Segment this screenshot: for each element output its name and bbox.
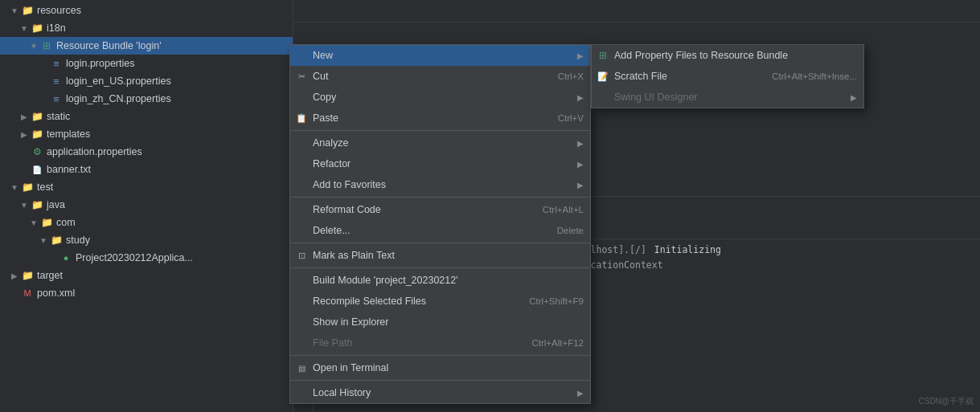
- props-icon-login: ≡: [50, 57, 63, 70]
- menu-sep-1: [290, 130, 590, 131]
- menu-item-terminal[interactable]: ▤ Open in Terminal: [290, 357, 590, 378]
- menu-sep-4: [290, 267, 590, 268]
- menu-label-copy: Copy: [313, 92, 571, 103]
- submenu-new[interactable]: ⊞ Add Property Files to Resource Bundle …: [591, 44, 864, 108]
- menu-item-show-explorer[interactable]: Show in Explorer: [290, 312, 590, 332]
- menu-label-analyze: Analyze: [313, 137, 571, 149]
- menu-label-show-explorer: Show in Explorer: [313, 316, 584, 328]
- txt-icon-banner: 📄: [31, 163, 43, 176]
- tree-arrow-templates: [19, 129, 29, 139]
- tree-item-login-en-props[interactable]: ≡ login_en_US.properties: [0, 72, 293, 90]
- tree-label-login-zh: login_zh_CN.properties: [66, 93, 171, 104]
- tree-item-login-zh-props[interactable]: ≡ login_zh_CN.properties: [0, 90, 293, 108]
- submenu-item-add-property[interactable]: ⊞ Add Property Files to Resource Bundle: [592, 45, 863, 66]
- menu-item-local-history[interactable]: Local History ▶: [290, 382, 590, 403]
- tree-item-target[interactable]: 📁 target: [0, 267, 293, 284]
- menu-arrow-refactor: ▶: [577, 160, 584, 169]
- xml-icon-pom: M: [21, 287, 34, 300]
- menu-item-delete[interactable]: Delete... Delete: [290, 220, 590, 241]
- tree-item-com[interactable]: 📁 com: [0, 214, 293, 231]
- menu-label-build: Build Module 'project_20230212': [313, 275, 584, 286]
- submenu-item-swing[interactable]: Swing UI Designer ▶: [592, 87, 863, 108]
- tree-label-test: test: [37, 182, 53, 193]
- menu-item-cut[interactable]: ✂ Cut Ctrl+X: [290, 66, 590, 87]
- java-icon-project-app: ●: [59, 251, 72, 264]
- tree-item-pom[interactable]: M pom.xml: [0, 284, 293, 302]
- tree-label-templates: templates: [47, 128, 90, 140]
- menu-item-refactor[interactable]: Refactor ▶: [290, 153, 590, 174]
- menu-label-new: New: [313, 50, 571, 61]
- file-tree-panel: 📁 resources 📁 i18n ⊞ Resource Bundle 'lo…: [0, 0, 293, 412]
- menu-shortcut-recompile: Ctrl+Shift+F9: [529, 296, 584, 306]
- menu-item-favorites[interactable]: Add to Favorites ▶: [290, 174, 590, 195]
- folder-icon-templates: 📁: [31, 128, 43, 141]
- menu-sep-6: [290, 380, 590, 381]
- folder-icon-static: 📁: [31, 110, 43, 123]
- submenu-item-scratch[interactable]: 📝 Scratch File Ctrl+Alt+Shift+Inse...: [592, 66, 863, 87]
- editor-tabs-bar: [293, 0, 980, 22]
- tree-arrow-target: [10, 271, 19, 280]
- tree-item-i18n[interactable]: 📁 i18n: [0, 19, 293, 37]
- menu-item-analyze[interactable]: Analyze ▶: [290, 133, 590, 153]
- tree-item-banner[interactable]: 📄 banner.txt: [0, 161, 293, 178]
- context-menu[interactable]: New ▶ ✂ Cut Ctrl+X Copy ▶ 📋 Paste Ctrl+V…: [289, 44, 591, 404]
- props-icon-login-en: ≡: [50, 75, 63, 88]
- submenu-arrow-swing: ▶: [851, 93, 857, 102]
- tree-label-project-app: Project20230212Applica...: [76, 252, 193, 263]
- menu-item-mark-plain[interactable]: ⊡ Mark as Plain Text: [290, 245, 590, 266]
- menu-shortcut-file-path: Ctrl+Alt+F12: [531, 338, 584, 348]
- tree-label-java: java: [47, 199, 65, 210]
- scratch-icon: 📝: [597, 71, 609, 82]
- tree-item-study[interactable]: 📁 study: [0, 231, 293, 249]
- tree-item-project-app[interactable]: ● Project20230212Applica...: [0, 249, 293, 267]
- scissors-icon: ✂: [295, 71, 308, 82]
- tree-label-com: com: [56, 217, 76, 228]
- tree-arrow-static: [19, 112, 29, 121]
- tree-item-templates[interactable]: 📁 templates: [0, 125, 293, 143]
- tree-item-login-props[interactable]: ≡ login.properties: [0, 55, 293, 72]
- menu-label-mark-plain: Mark as Plain Text: [313, 250, 584, 261]
- menu-label-terminal: Open in Terminal: [313, 362, 584, 373]
- tree-item-login-bundle[interactable]: ⊞ Resource Bundle 'login': [0, 37, 293, 55]
- menu-arrow-favorites: ▶: [577, 181, 584, 190]
- tree-item-resources[interactable]: 📁 resources: [0, 2, 293, 19]
- folder-icon-test: 📁: [21, 181, 34, 194]
- tree-arrow-java: [19, 200, 29, 210]
- menu-label-local-history: Local History: [313, 387, 571, 398]
- tree-arrow-test: [10, 182, 19, 192]
- tree-label-study: study: [66, 235, 90, 246]
- tree-item-java[interactable]: 📁 java: [0, 196, 293, 214]
- menu-item-reformat[interactable]: Reformat Code Ctrl+Alt+L: [290, 199, 590, 220]
- menu-label-file-path: File Path: [313, 337, 515, 349]
- watermark-text: CSDN@千手观: [919, 396, 974, 407]
- menu-item-paste[interactable]: 📋 Paste Ctrl+V: [290, 108, 590, 128]
- tree-item-test[interactable]: 📁 test: [0, 178, 293, 196]
- submenu-shortcut-scratch: Ctrl+Alt+Shift+Inse...: [772, 71, 857, 81]
- tree-label-pom: pom.xml: [37, 288, 75, 299]
- menu-item-recompile[interactable]: Recompile Selected Files Ctrl+Shift+F9: [290, 291, 590, 312]
- tree-label-static: static: [47, 111, 70, 122]
- menu-shortcut-cut: Ctrl+X: [558, 71, 584, 81]
- menu-label-favorites: Add to Favorites: [313, 179, 571, 190]
- menu-item-copy[interactable]: Copy ▶: [290, 87, 590, 108]
- tree-item-static[interactable]: 📁 static: [0, 108, 293, 125]
- tree-arrow-com: [29, 218, 39, 227]
- mark-icon: ⊡: [295, 251, 308, 261]
- tree-arrow-bundle: [29, 41, 39, 51]
- status-init: Initializing: [654, 244, 721, 255]
- tree-item-app-props[interactable]: ⚙ application.properties: [0, 143, 293, 161]
- pkg-icon-study: 📁: [50, 234, 63, 247]
- menu-arrow-copy: ▶: [577, 93, 584, 102]
- menu-sep-3: [290, 243, 590, 243]
- tree-label-target: target: [37, 270, 63, 281]
- tree-label-bundle: Resource Bundle 'login': [56, 40, 162, 51]
- menu-shortcut-paste: Ctrl+V: [558, 113, 584, 123]
- menu-sep-2: [290, 197, 590, 198]
- tree-label-banner: banner.txt: [47, 164, 91, 175]
- folder-icon-resources: 📁: [21, 4, 34, 17]
- menu-item-file-path[interactable]: File Path Ctrl+Alt+F12: [290, 332, 590, 353]
- menu-item-build[interactable]: Build Module 'project_20230212': [290, 270, 590, 291]
- props-icon-login-zh: ≡: [50, 92, 63, 105]
- tree-label-app-props: application.properties: [47, 146, 142, 157]
- menu-item-new[interactable]: New ▶: [290, 45, 590, 66]
